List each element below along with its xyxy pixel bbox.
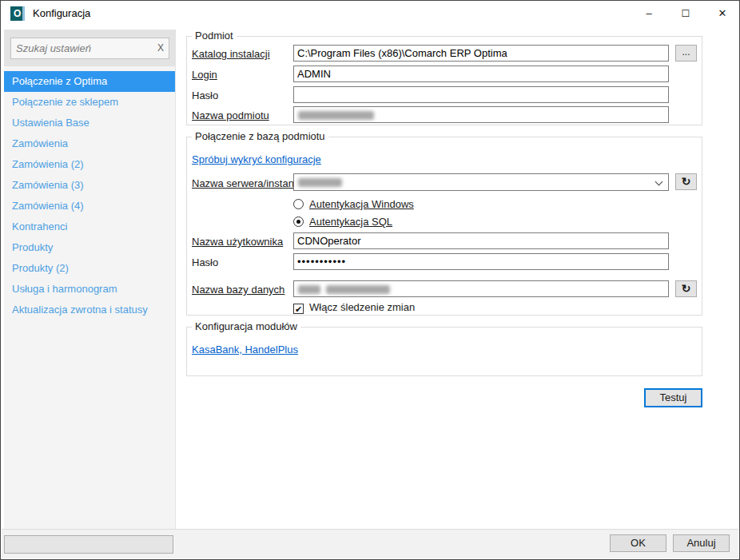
settings-sidebar: X Połączenie z Optima Połączenie ze skle…	[4, 30, 176, 530]
groupbox-moduly: Konfiguracja modułów KasaBank, HandelPlu…	[186, 327, 702, 376]
katalog-instalacji-label[interactable]: Katalog instalacji	[192, 48, 270, 60]
bottom-bar: OK Anuluj	[2, 529, 738, 558]
login-label[interactable]: Login	[192, 69, 217, 81]
sidebar-item-produkty-2[interactable]: Produkty (2)	[4, 258, 175, 279]
search-input[interactable]	[11, 38, 152, 58]
refresh-icon: ↻	[682, 175, 691, 188]
sidebar-item-ustawienia-base[interactable]: Ustawienia Base	[4, 113, 175, 133]
ok-button[interactable]: OK	[610, 534, 666, 552]
anuluj-button[interactable]: Anuluj	[673, 534, 730, 552]
window-title: Konfiguracja	[33, 7, 90, 19]
sledzenie-zmian-label: Włącz śledzenie zmian	[309, 301, 415, 313]
sidebar-item-polaczenie-ze-sklepem[interactable]: Połączenie ze sklepem	[4, 92, 175, 113]
refresh-servers-button[interactable]: ↻	[675, 173, 697, 190]
testuj-button[interactable]: Testuj	[644, 388, 702, 407]
configuration-dialog: O Konfiguracja – ☐ ✕ X Połączenie z Opti…	[0, 0, 740, 560]
groupbox-podmiot-legend: Podmiot	[192, 30, 237, 42]
auth-sql-radio[interactable]: Autentykacja SQL	[293, 216, 392, 228]
sidebar-item-usluga-i-harmonogram[interactable]: Usługa i harmonogram	[4, 279, 175, 300]
maximize-button[interactable]: ☐	[667, 1, 704, 26]
sidebar-item-zamowienia[interactable]: Zamówienia	[4, 133, 175, 154]
sidebar-item-polaczenie-z-optima[interactable]: Połączenie z Optima	[4, 71, 175, 92]
refresh-icon-2: ↻	[682, 282, 691, 295]
detect-configuration-link[interactable]: Spróbuj wykryć konfiguracje	[192, 153, 321, 165]
sledzenie-zmian-checkbox[interactable]: ✔Włącz śledzenie zmian	[293, 301, 415, 314]
refresh-databases-button[interactable]: ↻	[675, 280, 697, 297]
baza-danych-redacted-value-2	[326, 285, 390, 294]
katalog-instalacji-input[interactable]	[293, 45, 669, 62]
radio-unselected-icon	[293, 199, 304, 209]
close-icon: ✕	[718, 7, 727, 19]
haslo-sql-input[interactable]	[293, 253, 669, 270]
sidebar-item-zamowienia-2[interactable]: Zamówienia (2)	[4, 154, 175, 175]
groupbox-baza-podmiotu: Połączenie z bazą podmiotu Spróbuj wykry…	[186, 137, 702, 316]
chevron-down-icon	[655, 178, 663, 186]
auth-windows-radio[interactable]: Autentykacja Windows	[293, 198, 414, 211]
nazwa-podmiotu-label[interactable]: Nazwa podmiotu	[192, 109, 269, 121]
nazwa-bazy-danych-label[interactable]: Nazwa bazy danych	[192, 284, 284, 296]
sidebar-search-area: X	[4, 30, 175, 66]
auth-windows-label: Autentykacja Windows	[309, 198, 414, 210]
settings-search-box: X	[10, 38, 169, 59]
progress-bar	[4, 535, 173, 554]
nazwa-podmiotu-redacted-value	[298, 111, 374, 120]
nazwa-bazy-danych-input[interactable]	[293, 280, 669, 297]
nazwa-uzytkownika-input[interactable]	[293, 232, 669, 249]
groupbox-podmiot: Podmiot Katalog instalacji ... Login Has…	[186, 36, 702, 125]
close-button[interactable]: ✕	[704, 1, 740, 26]
clear-search-icon[interactable]: X	[157, 42, 164, 54]
haslo-podmiot-label: Hasło	[192, 89, 218, 101]
sidebar-item-kontrahenci[interactable]: Kontrahenci	[4, 216, 175, 237]
app-logo-icon: O	[10, 6, 25, 21]
radio-selected-icon	[293, 216, 304, 227]
sidebar-item-zamowienia-4[interactable]: Zamówienia (4)	[4, 196, 175, 216]
nazwa-serwera-redacted-value	[298, 178, 342, 187]
baza-danych-redacted-value-1	[298, 285, 320, 294]
modules-link[interactable]: KasaBank, HandelPlus	[192, 344, 298, 355]
nazwa-serwera-combobox[interactable]	[293, 173, 669, 191]
login-input[interactable]	[293, 66, 669, 82]
nazwa-serwera-label[interactable]: Nazwa serwera/instancji	[192, 177, 304, 189]
auth-sql-label: Autentykacja SQL	[309, 216, 392, 228]
haslo-sql-label: Hasło	[192, 256, 218, 268]
maximize-icon: ☐	[682, 8, 690, 19]
sidebar-nav: Połączenie z Optima Połączenie ze sklepe…	[4, 71, 175, 320]
sidebar-item-produkty[interactable]: Produkty	[4, 237, 175, 258]
sidebar-item-aktualizacja-zwrotna[interactable]: Aktualizacja zwrotna i statusy	[4, 300, 175, 320]
nazwa-podmiotu-input[interactable]	[293, 106, 669, 123]
nazwa-uzytkownika-label[interactable]: Nazwa użytkownika	[192, 236, 283, 248]
sidebar-item-zamowienia-3[interactable]: Zamówienia (3)	[4, 175, 175, 196]
groupbox-moduly-legend: Konfiguracja modułów	[192, 320, 300, 332]
checkbox-checked-icon: ✔	[293, 304, 304, 314]
minimize-icon: –	[646, 7, 651, 19]
minimize-button[interactable]: –	[631, 1, 667, 26]
browse-button[interactable]: ...	[675, 45, 697, 62]
haslo-podmiot-input[interactable]	[293, 86, 669, 103]
groupbox-baza-legend: Połączenie z bazą podmiotu	[192, 130, 328, 142]
title-bar: O Konfiguracja – ☐ ✕	[1, 1, 739, 26]
